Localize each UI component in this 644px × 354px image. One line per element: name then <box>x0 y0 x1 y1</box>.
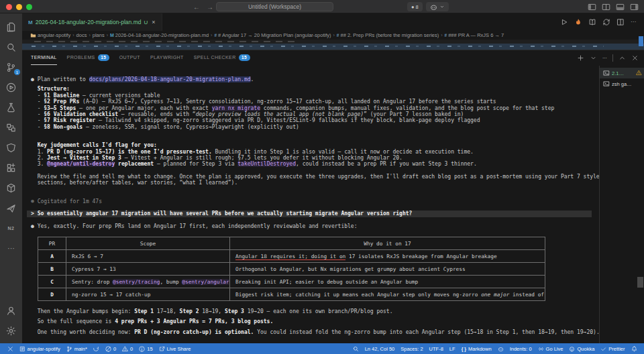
ellipsis-icon[interactable]: ⋯ <box>631 19 636 25</box>
statusbar-git-branch-item[interactable]: main* <box>63 343 90 354</box>
vscode-window: ← → Untitled (Workspace) ● 8 1N2··· M 20… <box>0 0 644 354</box>
statusbar-workspace-item[interactable]: angular-spotify <box>16 343 63 354</box>
zoom-status-icon <box>353 346 359 352</box>
editor-tab[interactable]: M 2026-04-18-angular-20-migration-plan.m… <box>22 13 162 31</box>
activity-search[interactable] <box>0 37 22 57</box>
symbol-icon: # <box>445 33 447 38</box>
table-cell-pr: D <box>38 288 66 301</box>
terminal-line: Key judgement calls I'd flag for you: <box>31 142 599 148</box>
activity-account[interactable] <box>0 300 22 320</box>
maximize-panel-icon[interactable] <box>619 54 626 62</box>
toggle-sidebar-icon[interactable] <box>588 3 596 11</box>
statusbar-errors-count[interactable]: 0 <box>102 343 119 354</box>
ellipsis-icon[interactable]: ⋯ <box>602 56 607 60</box>
copilot-chat-button[interactable] <box>426 2 449 11</box>
statusbar-encoding[interactable]: UTF-8 <box>426 343 446 354</box>
statusbar-copilot-status[interactable] <box>494 343 506 354</box>
editor-vertical-scrollbar[interactable] <box>639 36 643 46</box>
activity-nx-console[interactable]: N2 <box>0 218 22 238</box>
command-center[interactable]: Untitled (Workspace) <box>216 2 333 11</box>
tab-close-icon[interactable]: × <box>152 19 155 25</box>
flame-icon[interactable] <box>574 18 582 26</box>
split-columns-icon[interactable] <box>602 3 610 11</box>
breadcrumb-item[interactable]: docs <box>76 32 87 38</box>
scm-badge: 1 <box>14 69 20 75</box>
statusbar-indentation[interactable]: Spaces: 2 <box>398 343 426 354</box>
braces-icon: { } <box>462 347 466 351</box>
terminal-line: ● Yes, exactly. Four prep PRs land on An… <box>31 223 599 229</box>
breadcrumb-item[interactable]: #### PR A — RxJS 6 → 7 <box>445 32 504 38</box>
activity-testing[interactable] <box>0 97 22 117</box>
table-cell-scope: RxJS 6 → 7 <box>66 250 230 263</box>
breadcrumb-item[interactable]: ## Angular 17 → 20 Migration Plan (angul… <box>214 32 331 38</box>
activity-remote-explorer[interactable] <box>0 117 22 137</box>
git-status-letter: U <box>144 19 148 25</box>
statusbar-go-live[interactable]: Go Live <box>535 343 566 354</box>
statusbar-info-count[interactable]: 15 <box>136 343 156 354</box>
panel-tab-playwright[interactable]: PLAYWRIGHT <box>150 50 184 65</box>
chevron-down-icon[interactable] <box>590 54 597 62</box>
activity-run-debug[interactable] <box>0 77 22 97</box>
statusbar-prettier[interactable]: Prettier <box>598 343 628 354</box>
activity-source-control[interactable]: 1 <box>0 57 22 77</box>
pr-table: PRScopeWhy do it on 17ARxJS 6 → 7Angular… <box>38 237 545 301</box>
window-controls[interactable] <box>6 4 32 10</box>
minimize-window-button[interactable] <box>16 4 22 10</box>
panel-tab-badge: 15 <box>98 54 109 61</box>
remote-indicator-icon <box>7 346 13 352</box>
close-icon[interactable] <box>631 54 639 62</box>
activity-more[interactable]: ··· <box>0 238 22 258</box>
window-title: Untitled (Workspace) <box>248 3 301 10</box>
toggle-secondary-sidebar-icon[interactable] <box>630 3 639 11</box>
activity-extensions[interactable] <box>0 158 22 178</box>
statusbar-notifications-bell[interactable] <box>628 343 640 354</box>
breadcrumb-item[interactable]: M2026-04-18-angular-20-migration-plan.md <box>110 32 209 38</box>
close-window-button[interactable] <box>6 4 12 10</box>
sync-loop-icon[interactable] <box>602 18 610 26</box>
panel-tab-spell-checker[interactable]: SPELL CHECKER15 <box>194 50 250 65</box>
activity-nx-cloud[interactable] <box>0 198 22 218</box>
statusbar-eol[interactable]: LF <box>446 343 458 354</box>
statusbar-live-share-item[interactable]: Live Share <box>156 343 194 354</box>
breadcrumb-item[interactable]: ### 2. Prep PRs (before the migration se… <box>337 32 439 38</box>
tab-bar: M 2026-04-18-angular-20-migration-plan.m… <box>22 13 644 31</box>
zoom-window-button[interactable] <box>26 4 32 10</box>
panel-tab-problems[interactable]: PROBLEMS15 <box>67 50 109 65</box>
root-folder-icon <box>30 32 36 38</box>
statusbar-quokka[interactable]: Quokka <box>566 343 598 354</box>
statusbar-indents-counter[interactable]: Indents: 0 <box>506 343 535 354</box>
open-preview-icon[interactable] <box>588 18 596 26</box>
editor-scrollbar-strip[interactable] <box>22 44 644 50</box>
window-activity-badge[interactable]: ● 8 <box>407 2 423 11</box>
copilot-icon <box>498 346 504 352</box>
statusbar-sync-item[interactable] <box>90 343 102 354</box>
statusbar-warnings-count[interactable]: 0 <box>119 343 136 354</box>
symbol-icon: # <box>337 33 339 38</box>
run-icon[interactable] <box>560 18 568 26</box>
terminal-list-item[interactable]: zsh ga… <box>600 78 644 89</box>
statusbar-remote-indicator[interactable] <box>4 343 16 354</box>
breadcrumb-item[interactable]: plans <box>93 32 105 38</box>
branch-icon <box>66 346 72 352</box>
tab-filename: 2026-04-18-angular-20-migration-plan.md <box>36 19 142 25</box>
docker-icon <box>6 183 16 193</box>
nx-cloud-icon <box>6 203 16 213</box>
statusbar-screencast-zoom[interactable] <box>350 343 362 354</box>
activity-docker[interactable] <box>0 178 22 198</box>
panel-tab-output[interactable]: OUTPUT <box>119 50 140 65</box>
table-cell-why: Angular 18 requires it; doing it on 17 i… <box>230 250 545 263</box>
toggle-panel-icon[interactable] <box>616 3 625 11</box>
breadcrumb-item[interactable]: angular-spotify <box>30 32 70 38</box>
terminal-list-item[interactable]: 2.1… <box>600 68 644 78</box>
activity-settings-gear[interactable] <box>0 320 22 341</box>
nav-back-icon[interactable]: ← <box>193 3 200 11</box>
nav-forward-icon[interactable]: → <box>207 3 213 11</box>
statusbar-language-mode[interactable]: { }Markdown <box>458 343 494 354</box>
terminal-scrollbar-thumb[interactable] <box>637 277 643 288</box>
activity-explorer[interactable] <box>0 17 22 37</box>
plus-icon[interactable] <box>577 54 584 62</box>
activity-playwright[interactable] <box>0 137 22 158</box>
split-editor-icon[interactable] <box>616 18 625 26</box>
panel-tab-terminal[interactable]: TERMINAL <box>31 50 57 65</box>
statusbar-cursor-position[interactable]: Ln 42, Col 50 <box>362 343 398 354</box>
